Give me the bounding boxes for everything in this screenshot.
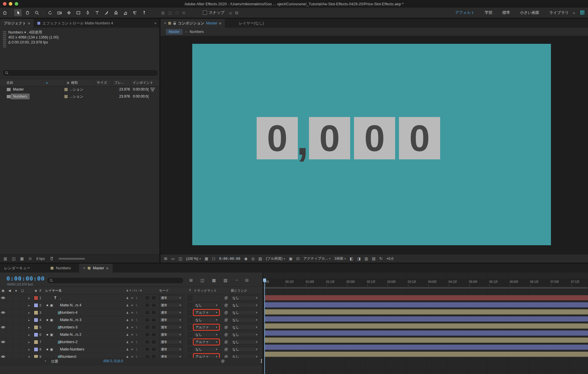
switch-slot[interactable] <box>151 310 156 315</box>
blend-mode-dropdown[interactable]: 通常▾ <box>159 317 183 323</box>
layer-duration-bar[interactable] <box>264 309 588 315</box>
panel-overflow-icon[interactable]: » <box>154 19 159 28</box>
expand-chevron-icon[interactable]: ▸ <box>26 318 32 322</box>
hand-tool[interactable] <box>24 9 31 16</box>
project-search-input[interactable] <box>2 69 158 76</box>
resolution-dropdown[interactable]: (フル画質)▾ <box>266 256 285 261</box>
lock-toggle[interactable] <box>19 294 26 301</box>
expand-chevron-icon[interactable]: ▸ <box>26 311 32 314</box>
position-property-row[interactable]: ◔ 位置 456.0,-516.0 @ <box>0 358 263 365</box>
blend-mode-dropdown[interactable]: 通常▾ <box>159 310 183 315</box>
table-row[interactable]: ▸ 6 ★ ▣ T ▦ Matte-N...rs 2 ♟ ☀ ∖ 通常▾ <box>0 331 263 338</box>
graph-editor-icon[interactable]: ⊟ <box>245 278 249 283</box>
time-ruler[interactable]: 00f00:12f01:00f01:12f02:00f02:12f03:00f0… <box>263 278 588 286</box>
collapse-switch-icon[interactable]: ☀ <box>131 326 133 329</box>
eraser-tool[interactable] <box>121 9 129 16</box>
expand-panel-icon[interactable]: ⊞ <box>164 256 167 261</box>
property-pickwhip-icon[interactable]: @ <box>221 359 225 363</box>
blend-mode-dropdown[interactable]: 通常▾ <box>159 347 183 352</box>
parent-pickwhip-icon[interactable]: @ <box>224 340 231 344</box>
quality-switch-icon[interactable]: ∖ <box>136 348 137 351</box>
new-composition-icon[interactable]: ▦ <box>20 256 24 261</box>
solo-toggle[interactable] <box>13 331 19 338</box>
switch-slot[interactable] <box>145 303 150 307</box>
lock-icon[interactable] <box>173 21 176 25</box>
collapse-switch-icon[interactable]: ☀ <box>131 333 133 336</box>
breadcrumb-other[interactable]: Numbers <box>190 30 204 34</box>
preserve-transparency-toggle[interactable] <box>188 310 192 315</box>
workspace-tab[interactable]: 学習 <box>485 10 492 15</box>
quality-switch-icon[interactable]: ∖ <box>136 318 137 322</box>
tab-layer[interactable]: レイヤー(なし) <box>235 19 268 28</box>
expand-chevron-icon[interactable]: ▸ <box>26 304 32 307</box>
label-color-swatch[interactable] <box>34 333 38 337</box>
label-color-swatch[interactable] <box>34 318 38 322</box>
clone-stamp-tool[interactable] <box>112 9 120 16</box>
switch-slot[interactable] <box>151 340 156 344</box>
solo-toggle[interactable] <box>13 316 19 323</box>
snap-option-icon-2[interactable]: ⊡ <box>235 11 238 15</box>
label-color-swatch[interactable] <box>34 347 38 352</box>
lock-toggle[interactable] <box>19 309 26 316</box>
eye-icon[interactable] <box>1 296 5 299</box>
table-row[interactable]: Master ...ション 23.976 0:00:00:0( <box>0 86 159 93</box>
guides-icon[interactable]: ◨ <box>357 256 360 261</box>
parent-pickwhip-icon[interactable]: @ <box>224 318 231 322</box>
parent-dropdown[interactable]: なし▾ <box>231 317 259 323</box>
label-color-swatch[interactable] <box>64 88 68 91</box>
parent-dropdown[interactable]: なし▾ <box>231 332 259 337</box>
preserve-transparency-toggle[interactable] <box>188 296 192 300</box>
timeline-search-input[interactable] <box>47 277 184 284</box>
shy-switch-icon[interactable]: ♟ <box>126 348 129 351</box>
playhead-line[interactable] <box>264 278 265 374</box>
item-name[interactable]: Numbers <box>11 94 29 99</box>
reset-exposure-icon[interactable]: ↻ <box>379 256 382 261</box>
shy-switch-icon[interactable]: ♟ <box>126 333 129 336</box>
table-row[interactable]: ▸ 5 ★ ▣ T ▦ Numbers-3 ♟ ☀ ∖ 通常▾ アルフ <box>0 324 263 331</box>
workspace-overflow-icon[interactable]: » <box>573 11 575 15</box>
eye-icon[interactable] <box>1 340 5 343</box>
parent-pickwhip-icon[interactable]: @ <box>224 310 231 315</box>
composition-viewer[interactable]: 0000 , <box>161 36 588 254</box>
eye-icon[interactable] <box>1 326 5 329</box>
always-preview-icon[interactable]: ◫ <box>178 256 182 261</box>
parent-dropdown[interactable]: なし▾ <box>231 303 259 308</box>
table-row[interactable]: ▸ 8 ★ ▣ T ▦ Matte-Numbers ♟ ☀ ∖ 通常▾ <box>0 346 263 353</box>
parent-pickwhip-icon[interactable]: @ <box>224 325 231 329</box>
rulers-icon[interactable]: ▥ <box>365 256 368 261</box>
pixel-aspect-icon[interactable]: ◧ <box>350 256 353 261</box>
pen-tool[interactable] <box>84 9 91 16</box>
quality-switch-icon[interactable]: ∖ <box>136 311 137 314</box>
layer-name[interactable]: Numbers-2 <box>60 340 126 344</box>
label-color-swatch[interactable] <box>34 303 38 308</box>
lock-toggle[interactable] <box>19 324 26 331</box>
switch-slot[interactable] <box>145 296 150 300</box>
shy-switch-icon[interactable]: ♟ <box>126 318 129 322</box>
close-window-button[interactable] <box>3 2 6 6</box>
quality-switch-icon[interactable]: ∖ <box>136 340 137 344</box>
panel-menu-icon[interactable]: ≡ <box>28 21 30 26</box>
home-icon[interactable] <box>1 9 9 16</box>
parent-pickwhip-icon[interactable]: @ <box>224 333 231 337</box>
camera-view-dropdown[interactable]: アクティブカ...▾ <box>303 256 330 261</box>
switch-slot[interactable] <box>151 296 156 300</box>
switch-slot[interactable] <box>145 310 150 315</box>
layer-duration-bar[interactable] <box>264 338 588 343</box>
audio-toggle[interactable] <box>6 316 13 323</box>
layer-name[interactable]: Matte-N...rs 4 <box>60 303 126 307</box>
table-row[interactable]: ▸ 3 ★ ▣ T ▦ Numbers-4 ♟ ☀ ∖ 通常▾ アルフ <box>0 309 263 316</box>
fast-previews-icon[interactable]: ▣ <box>289 256 292 261</box>
lock-toggle[interactable] <box>19 346 26 353</box>
parent-pickwhip-icon[interactable]: @ <box>224 303 231 307</box>
collapse-switch-icon[interactable]: ☀ <box>131 348 133 351</box>
quality-switch-icon[interactable]: ∖ <box>136 333 137 336</box>
snapshot-camera-icon[interactable]: ◉ <box>244 256 247 261</box>
property-value[interactable]: 456.0,-516.0 <box>103 359 123 363</box>
composition-canvas[interactable]: 0000 , <box>192 44 551 245</box>
flowchart-icon[interactable]: ▤ <box>372 256 375 261</box>
exposure-value[interactable]: +0.0 <box>386 257 393 261</box>
grid-guides-icon[interactable]: ▦ <box>205 256 208 261</box>
collapse-switch-icon[interactable]: ☀ <box>131 311 133 314</box>
tab-project[interactable]: プロジェクト ≡ <box>0 19 34 28</box>
switch-slot[interactable] <box>145 325 150 329</box>
